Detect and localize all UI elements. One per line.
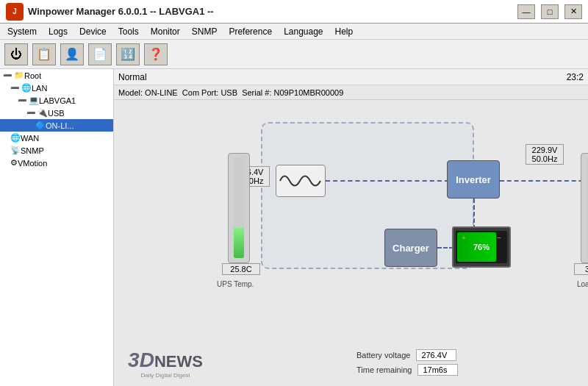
sine-wave-block: [276, 165, 326, 197]
serial-info: Serial #: N09P10MBR00009: [242, 88, 343, 97]
tree-item-usb[interactable]: ➖ 🔌 USB: [0, 107, 113, 119]
temp-gauge: [228, 153, 250, 263]
online-icon: 🔷: [35, 121, 46, 130]
battery-block: + − 76%: [452, 226, 511, 268]
tree-item-vmotion[interactable]: ⚙ VMotion: [0, 157, 113, 169]
output-freq: 50.0Hz: [529, 154, 560, 163]
tree-item-online[interactable]: 🔷 ON-LI...: [0, 119, 113, 132]
diagram-area: 216.4V 50.0Hz 229.9V 50.0Hz Inverter: [114, 100, 588, 386]
load-pct-box: 34%: [574, 263, 588, 275]
labvga1-icon: 💻: [29, 96, 39, 105]
menu-preference[interactable]: Preference: [224, 25, 276, 38]
time-remaining-label: Time remaining: [356, 365, 412, 374]
logo-main: 3D NEWS: [128, 349, 203, 372]
battery-inner: + − 76%: [456, 231, 507, 263]
menu-bar: System Logs Device Tools Monitor SNMP Pr…: [0, 24, 588, 40]
calc-button[interactable]: 🔢: [116, 43, 140, 65]
window-controls[interactable]: — □ ✕: [517, 4, 582, 19]
connector-sine-inverter: [326, 180, 449, 182]
connector-inverter-load: [500, 180, 588, 182]
title-bar: J Winpower Manager 6.0.0.1 -- LABVGA1 --…: [0, 0, 588, 24]
labvga1-expand-icon: ➖: [18, 96, 26, 104]
battery-voltage-label: Battery voltage: [356, 351, 410, 360]
tree-label-snmp: SNMP: [21, 146, 44, 155]
tree-item-snmp[interactable]: 📡 SNMP: [0, 144, 113, 157]
load-gauge-label: Load: [577, 280, 588, 288]
sine-wave-svg: [279, 170, 323, 192]
lan-expand-icon: ➖: [10, 84, 19, 92]
temp-gauge-fill: [234, 158, 244, 258]
power-button[interactable]: ⏻: [4, 43, 28, 65]
tree-label-labvga1: LABVGA1: [39, 96, 76, 105]
content-area: Normal 23:2 Model: ON-LINE Com Port: USB…: [114, 69, 588, 386]
logo-area: 3D NEWS Daily Digital Digest: [121, 345, 209, 382]
logo-3d-text: 3D: [128, 349, 154, 372]
time-remaining-row: Time remaining 17m6s: [356, 364, 458, 376]
comport-info: Com Port: USB: [182, 88, 237, 97]
status-state: Normal: [118, 72, 147, 82]
log-button[interactable]: 📋: [32, 43, 56, 65]
menu-tools[interactable]: Tools: [114, 25, 143, 38]
temp-gauge-green: [234, 228, 244, 258]
charger-label: Charger: [392, 243, 429, 254]
close-button[interactable]: ✕: [564, 4, 582, 19]
tree-item-labvga1[interactable]: ➖ 💻 LABVGA1: [0, 94, 113, 107]
tree-item-root[interactable]: ➖ 📁 Root: [0, 69, 113, 82]
charger-block: Charger: [384, 229, 437, 267]
logo: 3D NEWS Daily Digital Digest: [128, 349, 203, 379]
status-bar: Normal 23:2: [114, 69, 588, 85]
minimize-button[interactable]: —: [517, 4, 535, 19]
config-button[interactable]: 📄: [88, 43, 112, 65]
tree-label-root: Root: [24, 71, 41, 80]
output-voltage-box: 229.9V 50.0Hz: [526, 144, 564, 165]
menu-device[interactable]: Device: [75, 25, 111, 38]
bottom-info: Battery voltage 276.4V Time remaining 17…: [356, 349, 458, 379]
sidebar: ➖ 📁 Root ➖ 🌐 LAN ➖ 💻 LABVGA1 ➖ 🔌 USB 🔷 O…: [0, 69, 114, 386]
status-time: 23:2: [567, 72, 584, 82]
usb-icon: 🔌: [37, 108, 48, 118]
app-icon: J: [6, 3, 24, 21]
battery-voltage-row: Battery voltage 276.4V: [356, 349, 458, 361]
tree-item-lan[interactable]: ➖ 🌐 LAN: [0, 82, 113, 94]
menu-language[interactable]: Language: [279, 25, 327, 38]
menu-help[interactable]: Help: [331, 25, 358, 38]
tree-label-vmotion: VMotion: [18, 159, 47, 168]
connector-charger-battery: [437, 247, 453, 249]
temp-value: 25.8C: [230, 265, 251, 274]
vmotion-icon: ⚙: [10, 158, 18, 168]
logo-news-text: NEWS: [154, 352, 203, 371]
inverter-block: Inverter: [447, 160, 500, 199]
connector-v-inverter-charger: [473, 199, 475, 229]
tree-label-lan: LAN: [32, 84, 47, 93]
menu-monitor[interactable]: Monitor: [146, 25, 184, 38]
battery-plus-sign: +: [462, 234, 466, 242]
logo-sub-text: Daily Digital Digest: [128, 372, 203, 379]
model-info: Model: ON-LINE: [118, 88, 178, 97]
usb-expand-icon: ➖: [26, 109, 35, 117]
battery-minus-sign: −: [497, 234, 501, 242]
help-button[interactable]: ❓: [144, 43, 168, 65]
menu-snmp[interactable]: SNMP: [187, 25, 222, 38]
title-bar-left: J Winpower Manager 6.0.0.1 -- LABVGA1 --: [6, 3, 214, 21]
output-voltage: 229.9V: [529, 146, 560, 154]
toolbar: ⏻ 📋 👤 📄 🔢 ❓: [0, 40, 588, 69]
tree-label-wan: WAN: [21, 134, 39, 143]
user-button[interactable]: 👤: [60, 43, 84, 65]
lan-icon: 🌐: [21, 83, 32, 93]
inverter-label: Inverter: [456, 174, 491, 185]
menu-logs[interactable]: Logs: [44, 25, 72, 38]
menu-system[interactable]: System: [3, 25, 41, 38]
main-layout: ➖ 📁 Root ➖ 🌐 LAN ➖ 💻 LABVGA1 ➖ 🔌 USB 🔷 O…: [0, 69, 588, 386]
tree-label-usb: USB: [48, 109, 65, 118]
load-gauge: [581, 153, 588, 263]
temp-label: UPS Temp.: [217, 280, 254, 288]
tree-item-wan[interactable]: 🌐 WAN: [0, 132, 113, 144]
tree-icon-folder: 📁: [14, 71, 24, 80]
root-icon: ➖: [3, 71, 12, 79]
battery-percentage: 76%: [473, 243, 490, 251]
wan-icon: 🌐: [10, 133, 21, 143]
battery-voltage-value: 276.4V: [416, 349, 456, 361]
maximize-button[interactable]: □: [541, 4, 559, 19]
window-title: Winpower Manager 6.0.0.1 -- LABVGA1 --: [28, 6, 214, 17]
snmp-icon: 📡: [10, 146, 21, 155]
